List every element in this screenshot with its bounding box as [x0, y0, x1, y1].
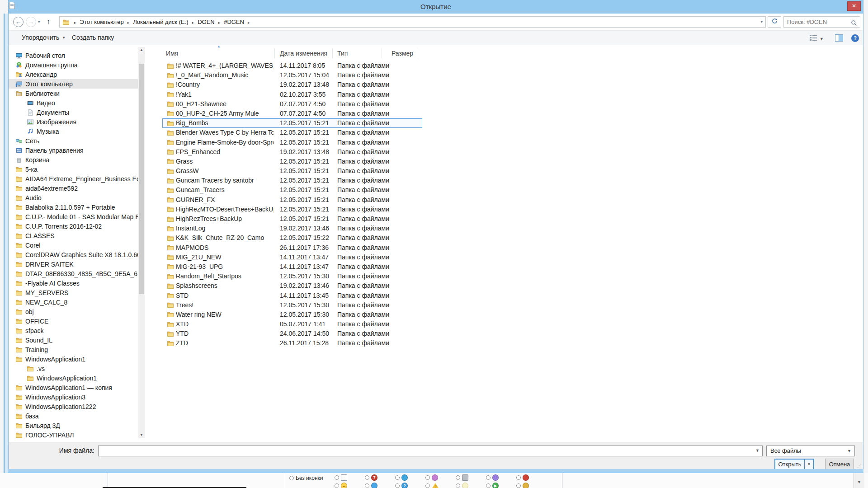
breadcrumb-item[interactable]: Локальный диск (E:)	[131, 19, 190, 25]
sidebar-item-audio[interactable]: Audio	[9, 193, 138, 202]
sidebar-item-видео[interactable]: Видео	[9, 98, 138, 108]
icon-option[interactable]: ?	[395, 483, 425, 488]
background-scrollbar[interactable]: ▼	[854, 473, 864, 488]
filename-input[interactable]	[98, 446, 763, 456]
icon-option[interactable]	[395, 474, 425, 481]
sidebar-item-coreldraw-graphics-suite-x8-18-1-0-661-speci[interactable]: CorelDRAW Graphics Suite X8 18.1.0.661 S…	[9, 250, 138, 259]
table-row[interactable]: Blender Waves Type C by Herra Tohtori12.…	[152, 128, 863, 137]
sidebar-item-библиотеки[interactable]: Библиотеки	[9, 89, 138, 98]
column-header-size[interactable]: Размер	[392, 48, 413, 59]
table-row[interactable]: MAPMODS26.11.2017 17:36Папка с файлами	[152, 243, 863, 253]
up-button[interactable]: ↑	[47, 18, 50, 26]
scroll-down-icon[interactable]: ▼	[138, 432, 145, 438]
scrollbar-thumb[interactable]	[139, 64, 144, 294]
sidebar-item-5-ка[interactable]: 5-ка	[9, 164, 138, 174]
sidebar-item-aida64-extreme-engineer-business-edition-n[interactable]: AIDA64 Extreme_Engineer_Business Edition…	[9, 174, 138, 183]
table-row[interactable]: Guncam_Tracers12.05.2017 15:21Папка с фа…	[152, 185, 863, 195]
sidebar-item-документы[interactable]: Документы	[9, 108, 138, 117]
table-row[interactable]: MIG_21U_NEW14.11.2017 13:47Папка с файла…	[152, 253, 863, 262]
open-button-label[interactable]: Открыть	[775, 460, 804, 469]
open-button[interactable]: Открыть ▼	[774, 459, 814, 470]
table-row[interactable]: FPS_Enhanced19.02.2017 13:48Папка с файл…	[152, 147, 863, 157]
organize-button[interactable]: Упорядочить▼	[22, 31, 66, 45]
sidebar-scrollbar[interactable]: ▲ ▼	[138, 47, 145, 438]
radio-icon[interactable]	[486, 483, 491, 488]
sidebar-item-панель-управления[interactable]: Панель управления	[9, 145, 138, 155]
new-folder-button[interactable]: Создать папку	[72, 31, 114, 45]
table-row[interactable]: InstantLog19.02.2017 13:46Папка с файлам…	[152, 224, 863, 233]
preview-pane-icon[interactable]	[835, 34, 843, 42]
icon-option[interactable]	[456, 483, 486, 488]
icon-option[interactable]	[456, 474, 486, 481]
sidebar-item-c-u-p-module-01-sas-modular-map-expans[interactable]: C.U.P.- Module 01 - SAS Modular Map Expa…	[9, 212, 138, 221]
view-dropdown-icon[interactable]: ▼	[820, 37, 824, 41]
table-row[interactable]: Splashscreens19.02.2017 13:46Папка с фай…	[152, 281, 863, 291]
sidebar-item-sfpack[interactable]: sfpack	[9, 326, 138, 335]
column-divider[interactable]	[418, 48, 418, 58]
sidebar-item-driver-saitek[interactable]: DRIVER SAITEK	[9, 259, 138, 269]
radio-icon[interactable]	[335, 483, 339, 488]
sidebar-item-balabolka-2-11-0-597-portable[interactable]: Balabolka 2.11.0.597 + Portable	[9, 202, 138, 212]
sidebar-item-windowsapplication3[interactable]: WindowsApplication3	[9, 392, 138, 402]
sidebar-item-рабочий-стол[interactable]: Рабочий стол	[9, 51, 138, 60]
table-row[interactable]: HighRezMTO-DesertTrees+BackUp12.05.2017 …	[152, 205, 863, 214]
table-row[interactable]: K&K_Silk_Chute_RZ-20_Camo12.05.2017 15:2…	[152, 233, 863, 243]
table-row[interactable]: Big_Bombs12.05.2017 15:21Папка с файлами	[152, 118, 863, 128]
sidebar-item-classes[interactable]: CLASSES	[9, 231, 138, 240]
column-header-name[interactable]: Имя	[166, 48, 178, 59]
search-icon[interactable]	[851, 19, 857, 29]
forward-button[interactable]: →	[26, 17, 36, 27]
filetype-select[interactable]: Все файлы ▼	[766, 446, 855, 456]
table-row[interactable]: Water ring NEW12.05.2017 15:30Папка с фа…	[152, 310, 863, 319]
sidebar-item-этот-компьютер[interactable]: Этот компьютер	[9, 79, 138, 89]
sidebar-item-office[interactable]: OFFICE	[9, 316, 138, 326]
sidebar-item-база[interactable]: база	[9, 411, 138, 421]
radio-icon[interactable]	[425, 475, 430, 480]
refresh-icon[interactable]	[768, 16, 781, 28]
change-view-icon[interactable]	[810, 35, 817, 41]
table-row[interactable]: Trees!12.05.2017 15:30Папка с файлами	[152, 300, 863, 310]
sidebar-item-corel[interactable]: Corel	[9, 240, 138, 250]
column-header-type[interactable]: Тип	[337, 48, 348, 59]
breadcrumb[interactable]: ▸Этот компьютер▸Локальный диск (E:)▸DGEN…	[59, 16, 766, 28]
table-row[interactable]: GrassW12.05.2017 15:21Папка с файлами	[152, 166, 863, 176]
filename-dropdown-icon[interactable]: ▼	[755, 448, 760, 453]
radio-icon[interactable]	[456, 483, 460, 488]
breadcrumb-item[interactable]: Этот компьютер	[78, 19, 126, 25]
no-icon-radio[interactable]: Без иконки	[289, 475, 323, 481]
column-divider[interactable]	[382, 48, 382, 58]
sidebar-item-c-u-p-torrents-2016-12-02[interactable]: C.U.P. Torrents 2016-12-02	[9, 221, 138, 231]
sidebar-item-бильярд-3д[interactable]: Бильярд 3Д	[9, 421, 138, 430]
sidebar-item-голос-управл[interactable]: ГОЛОС-УПРАВЛ	[9, 430, 138, 440]
table-row[interactable]: YTD24.06.2017 14:50Папка с файлами	[152, 329, 863, 338]
radio-icon[interactable]	[365, 475, 369, 480]
sidebar-item-сеть[interactable]: Сеть	[9, 136, 138, 145]
radio-icon[interactable]	[395, 475, 400, 480]
table-row[interactable]: GURNER_FX12.05.2017 15:21Папка с файлами	[152, 195, 863, 205]
sidebar-item-dtar-08e86330-4835-4b5c-9e5a-61f37ae1a[interactable]: DTAR_08E86330_4835_4B5C_9E5A_61F37AE1A	[9, 269, 138, 278]
dialog-titlebar[interactable]: Открытие ✕	[9, 0, 863, 14]
table-row[interactable]: XTD05.07.2017 1:41Папка с файлами	[152, 319, 863, 329]
close-icon[interactable]: ✕	[847, 1, 861, 11]
table-row[interactable]: !Yak102.10.2017 3:55Папка с файлами	[152, 90, 863, 99]
sidebar-item-музыка[interactable]: Музыка	[9, 127, 138, 136]
table-row[interactable]: Guncam Tracers by santobr12.05.2017 15:2…	[152, 176, 863, 185]
sidebar-item-training[interactable]: Training	[9, 345, 138, 354]
icon-option[interactable]	[365, 483, 395, 488]
sidebar-item-изображения[interactable]: Изображения	[9, 117, 138, 127]
icon-option[interactable]	[516, 474, 547, 481]
column-header-date[interactable]: Дата изменения	[280, 48, 327, 59]
table-row[interactable]: HighRezTrees+BackUp12.05.2017 15:21Папка…	[152, 214, 863, 224]
sidebar-item-aida64extreme592[interactable]: aida64extreme592	[9, 183, 138, 193]
radio-icon[interactable]	[486, 475, 491, 480]
sidebar-item-windowsapplication1222[interactable]: WindowsApplication1222	[9, 402, 138, 411]
icon-option[interactable]: 7	[365, 474, 395, 481]
cancel-button[interactable]: Отмена	[825, 459, 854, 470]
icon-option[interactable]	[486, 474, 516, 481]
sidebar-item--flyable-ai-classes[interactable]: -Flyable AI Classes	[9, 278, 138, 288]
icon-option[interactable]	[335, 474, 365, 481]
back-button[interactable]: ←	[13, 17, 24, 27]
sidebar-item--vs[interactable]: .vs	[9, 364, 138, 373]
table-row[interactable]: 00_HUP-2_CH-25 Army Mule07.07.2017 4:50П…	[152, 109, 863, 118]
sidebar-item-домашняя-группа[interactable]: Домашняя группа	[9, 60, 138, 70]
